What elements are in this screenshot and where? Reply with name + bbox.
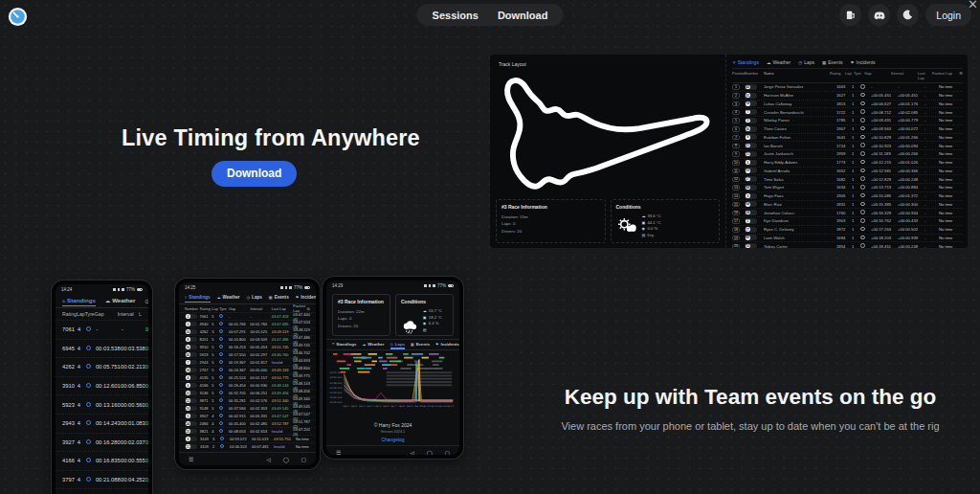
tyre-icon	[220, 444, 224, 448]
position-cell: 13	[732, 185, 745, 191]
rating-cell: 4166	[62, 458, 78, 463]
y-axis-tick: 03:44.000	[329, 392, 342, 394]
tab-laps[interactable]: ◷Laps	[390, 342, 406, 348]
changelog-link[interactable]: Changelog	[326, 437, 459, 442]
gear-icon[interactable]: ⚙	[956, 71, 963, 80]
status-time: 14:24	[61, 287, 72, 292]
lap-cell: 4	[78, 439, 86, 445]
tab-weather[interactable]: ☁Weather	[217, 295, 240, 302]
number-cell: 7	[745, 109, 764, 115]
lap-cell: 1	[852, 110, 860, 115]
tyre-icon	[219, 345, 223, 348]
tab-incidents[interactable]: ⚑Incidents	[435, 342, 459, 348]
position-cell: 7	[732, 135, 745, 141]
android-home-icon[interactable]: ◯	[283, 457, 289, 462]
tyre-icon	[860, 227, 865, 232]
gap-cell: -	[229, 314, 250, 319]
car-number-badge: 56	[745, 126, 757, 132]
tab-laps[interactable]: ◷Laps	[798, 59, 814, 65]
tab-laps[interactable]: ◷Laps	[145, 297, 148, 305]
last-lap-clipped: 03:4	[145, 326, 148, 332]
tab-laps[interactable]: ◷Laps	[247, 295, 262, 302]
car-number: 3	[186, 322, 190, 326]
tab-standings[interactable]: ≡Standings	[733, 59, 759, 65]
gap-cell: 00:16.280	[96, 439, 121, 445]
tab-events[interactable]: ▦Events	[269, 295, 289, 302]
tyre-cell	[86, 420, 96, 426]
legend-chip	[382, 364, 391, 366]
conditions-title: Conditions	[401, 299, 448, 304]
gap-cell: 00:26.454	[229, 383, 250, 388]
driver-name: Ryan C. Delaney	[764, 227, 836, 232]
tyre-cell	[860, 126, 871, 132]
android-home-icon[interactable]: ◯	[427, 450, 433, 455]
interval-cell: +00:02.085	[898, 110, 924, 115]
car-number: 33	[746, 168, 750, 173]
stopwatch-logo-icon[interactable]	[7, 5, 29, 27]
number-cell: 24	[185, 421, 200, 427]
nav-download-link[interactable]: Download	[498, 10, 548, 21]
tab-icon: ▦	[269, 295, 273, 300]
team-subtitle: View races from your phone or tablet, st…	[529, 420, 971, 432]
position-badge: 19	[732, 236, 740, 241]
menu-icon[interactable]: ☰	[336, 449, 341, 455]
beer-icon[interactable]	[839, 4, 861, 26]
tyre-cell	[860, 109, 871, 115]
last-lap-cell: -	[924, 211, 939, 215]
close-icon[interactable]: ✕	[968, 0, 978, 11]
rating-cell: 1722	[836, 110, 852, 115]
fastest-lap-cell: No time	[939, 144, 963, 148]
table-row: 74Esteban Fulton16411+00:10.829+00:01.26…	[732, 134, 963, 143]
last-lap-cell: -	[924, 168, 939, 173]
tab-events[interactable]: ▦Events	[411, 342, 430, 348]
car-number: 88	[746, 186, 750, 191]
rating-cell: 4262	[200, 329, 212, 334]
car-number: 11	[746, 152, 750, 157]
table-row: 70614--03:4	[56, 320, 148, 339]
tab-incidents[interactable]: ⚑Incidents	[851, 59, 876, 65]
android-back-icon[interactable]: ◁	[410, 450, 413, 455]
tab-icon: ☁	[217, 295, 221, 300]
number-cell: 4	[745, 134, 764, 140]
rating-cell: 4262	[62, 364, 78, 370]
tab-standings[interactable]: ≡Standings	[62, 297, 96, 305]
car-number-badge: 13	[185, 391, 197, 396]
last-lap-cell: -	[924, 193, 939, 198]
car-number-badge: 4	[185, 375, 197, 381]
login-button[interactable]: Login	[925, 4, 971, 26]
rain-cloud-weather-icon	[401, 318, 418, 336]
discord-icon[interactable]	[868, 4, 890, 26]
fastest-lap-cell: No time	[939, 177, 963, 182]
table-row: 153821400:48.05300:02.653Invalid03:47.20…	[179, 427, 316, 435]
table-row: 1945Liam Walsh16941+00:18.203+00:00.939-…	[732, 235, 963, 243]
theme-toggle-moon-icon[interactable]	[897, 4, 919, 26]
tyre-cell	[860, 118, 871, 124]
column-header: Interval	[891, 71, 918, 80]
android-back-icon[interactable]: ◁	[266, 457, 270, 462]
car-number-badge: 12	[185, 398, 197, 404]
android-recents-icon[interactable]: ▢	[301, 457, 306, 462]
gear-icon[interactable]: ⚙	[305, 306, 310, 311]
position-badge: 1	[732, 84, 740, 90]
car-number: 4	[746, 135, 750, 140]
nav-sessions-link[interactable]: Sessions	[433, 10, 479, 21]
interval-cell: +00:00.248	[898, 177, 924, 182]
rating-cell: 3821	[200, 429, 212, 434]
lap-cell: 4	[78, 364, 86, 370]
tab-incidents[interactable]: ⚑Incidents	[296, 295, 316, 302]
menu-icon[interactable]: ☰	[189, 456, 193, 462]
tyre-icon	[86, 420, 91, 425]
tab-standings[interactable]: ≡Standings	[185, 295, 211, 302]
hero-download-button[interactable]: Download	[212, 161, 297, 187]
android-recents-icon[interactable]: ▢	[445, 450, 450, 455]
position-badge: 3	[732, 101, 740, 107]
tab-events[interactable]: ▦Events	[822, 59, 843, 65]
tab-weather[interactable]: ☁Weather	[105, 297, 136, 305]
tyre-icon	[860, 210, 865, 214]
tab-weather[interactable]: ☁Weather	[362, 342, 384, 348]
tyre-cell	[860, 202, 871, 208]
tab-standings[interactable]: ≡Standings	[332, 342, 356, 348]
race-duration: Duration: 15m	[501, 213, 600, 220]
car-number-badge: 91	[745, 93, 757, 99]
tab-weather[interactable]: ☁Weather	[767, 59, 791, 65]
